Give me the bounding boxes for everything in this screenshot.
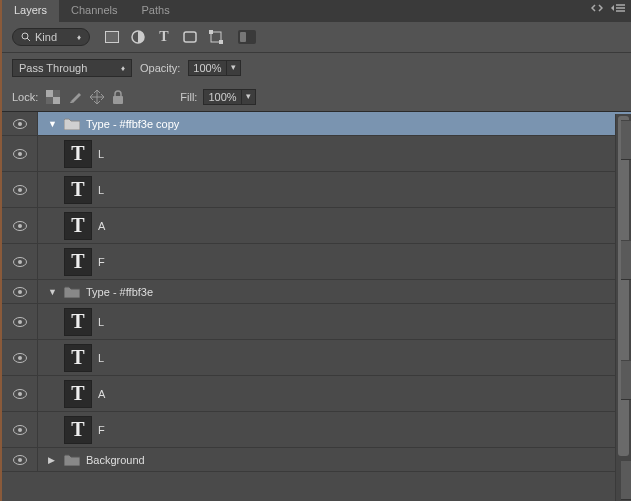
svg-point-19 <box>18 188 22 192</box>
svg-rect-3 <box>106 32 118 42</box>
lock-row: Lock: Fill: 100% ▾ <box>2 83 631 112</box>
layer-name: F <box>98 424 105 436</box>
disclosure-triangle[interactable]: ▼ <box>48 119 58 129</box>
tab-channels[interactable]: Channels <box>59 0 129 22</box>
opacity-dropdown-arrow[interactable]: ▾ <box>226 60 241 76</box>
layer-type[interactable]: T L <box>2 136 631 172</box>
svg-point-35 <box>18 458 22 462</box>
layer-type[interactable]: T L <box>2 304 631 340</box>
layer-name: F <box>98 256 105 268</box>
layer-type[interactable]: T L <box>2 340 631 376</box>
lock-all-icon[interactable] <box>112 90 124 104</box>
eye-icon <box>13 287 27 297</box>
filter-row: Kind ♦ T <box>2 22 631 53</box>
type-layer-thumb: T <box>64 212 92 240</box>
svg-rect-12 <box>46 97 53 104</box>
scrollbar-thumb[interactable] <box>618 116 629 456</box>
eye-icon <box>13 353 27 363</box>
svg-point-33 <box>18 428 22 432</box>
visibility-toggle[interactable] <box>2 412 38 447</box>
svg-point-25 <box>18 290 22 294</box>
lock-label: Lock: <box>12 91 38 103</box>
filter-kind-label: Kind <box>35 31 57 43</box>
type-layer-thumb: T <box>64 140 92 168</box>
layer-name: A <box>98 220 105 232</box>
panel-dock-stub[interactable] <box>621 360 631 400</box>
type-layer-thumb: T <box>64 416 92 444</box>
eye-icon <box>13 389 27 399</box>
layer-name: L <box>98 184 104 196</box>
svg-point-31 <box>18 392 22 396</box>
panel-dock-stub[interactable] <box>621 120 631 160</box>
filter-shape-icon[interactable] <box>182 29 198 45</box>
tab-paths[interactable]: Paths <box>130 0 182 22</box>
eye-icon <box>13 257 27 267</box>
visibility-toggle[interactable] <box>2 340 38 375</box>
type-layer-thumb: T <box>64 344 92 372</box>
layer-name: Type - #ffbf3e <box>86 286 153 298</box>
svg-rect-11 <box>53 90 60 97</box>
svg-point-21 <box>18 224 22 228</box>
blend-mode-dropdown[interactable]: Pass Through ♦ <box>12 59 132 77</box>
layer-name: L <box>98 352 104 364</box>
search-icon <box>21 32 31 42</box>
layer-group[interactable]: ▶ Background <box>2 448 631 472</box>
eye-icon <box>13 455 27 465</box>
eye-icon <box>13 119 27 129</box>
lock-paint-icon[interactable] <box>68 90 82 104</box>
svg-point-15 <box>18 122 22 126</box>
opacity-value-input[interactable]: 100% <box>188 60 226 76</box>
layer-name: Type - #ffbf3e copy <box>86 118 179 130</box>
lock-transparency-icon[interactable] <box>46 90 60 104</box>
filter-kind-dropdown[interactable]: Kind ♦ <box>12 28 90 46</box>
layer-type[interactable]: T F <box>2 412 631 448</box>
filter-toggle-switch[interactable] <box>238 30 256 44</box>
svg-point-29 <box>18 356 22 360</box>
visibility-toggle[interactable] <box>2 304 38 339</box>
lock-position-icon[interactable] <box>90 90 104 104</box>
filter-adjustment-icon[interactable] <box>130 29 146 45</box>
panel-menu-icon[interactable] <box>611 3 625 13</box>
visibility-toggle[interactable] <box>2 112 38 135</box>
disclosure-triangle[interactable]: ▼ <box>48 287 58 297</box>
layer-type[interactable]: T A <box>2 376 631 412</box>
svg-rect-13 <box>113 96 123 104</box>
disclosure-triangle[interactable]: ▶ <box>48 455 58 465</box>
visibility-toggle[interactable] <box>2 376 38 411</box>
layer-name: L <box>98 148 104 160</box>
visibility-toggle[interactable] <box>2 280 38 303</box>
fill-label: Fill: <box>180 91 197 103</box>
filter-pixel-icon[interactable] <box>104 29 120 45</box>
panel-dock-stub[interactable] <box>621 240 631 280</box>
svg-rect-10 <box>53 97 60 104</box>
svg-rect-9 <box>46 90 53 97</box>
svg-rect-5 <box>184 32 196 42</box>
layer-type[interactable]: T L <box>2 172 631 208</box>
layer-name: L <box>98 316 104 328</box>
fill-value-input[interactable]: 100% <box>203 89 241 105</box>
layer-group[interactable]: ▼ Type - #ffbf3e <box>2 280 631 304</box>
svg-rect-8 <box>219 40 223 44</box>
layer-group[interactable]: ▼ Type - #ffbf3e copy <box>2 112 631 136</box>
visibility-toggle[interactable] <box>2 448 38 471</box>
filter-type-icon[interactable]: T <box>156 29 172 45</box>
type-layer-thumb: T <box>64 308 92 336</box>
svg-line-1 <box>27 38 30 41</box>
fill-dropdown-arrow[interactable]: ▾ <box>241 89 256 105</box>
svg-rect-7 <box>209 30 213 34</box>
blend-mode-value: Pass Through <box>19 62 87 74</box>
visibility-toggle[interactable] <box>2 208 38 243</box>
tab-layers[interactable]: Layers <box>2 0 59 22</box>
panel-tabs: Layers Channels Paths <box>2 0 631 22</box>
visibility-toggle[interactable] <box>2 244 38 279</box>
layer-type[interactable]: T F <box>2 244 631 280</box>
filter-smart-icon[interactable] <box>208 29 224 45</box>
layer-type[interactable]: T A <box>2 208 631 244</box>
panel-dock-stub[interactable] <box>621 460 631 500</box>
folder-icon <box>64 454 80 466</box>
visibility-toggle[interactable] <box>2 172 38 207</box>
layers-list: ▼ Type - #ffbf3e copy T L T L T A <box>2 112 631 501</box>
visibility-toggle[interactable] <box>2 136 38 171</box>
collapse-icon[interactable] <box>591 3 603 13</box>
scrollbar[interactable] <box>615 114 631 501</box>
